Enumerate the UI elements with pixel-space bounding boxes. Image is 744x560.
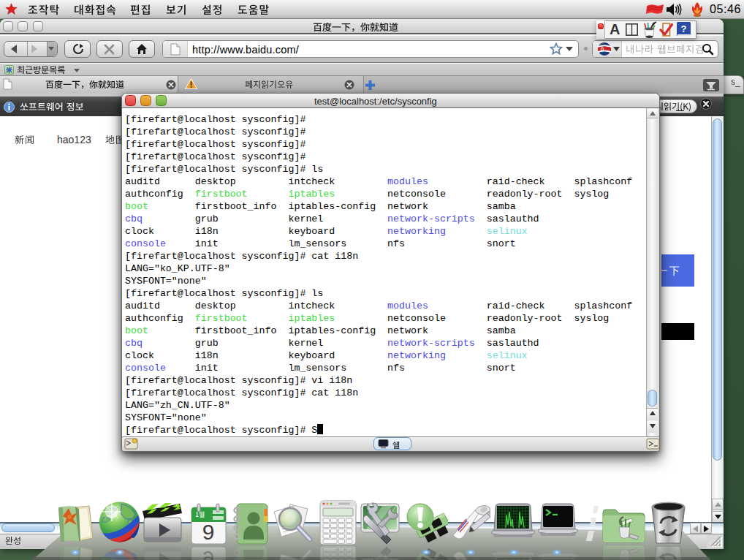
svg-text:9: 9 (202, 520, 215, 544)
svg-text:9: 9 (202, 547, 215, 560)
svg-text:?: ? (681, 23, 687, 34)
